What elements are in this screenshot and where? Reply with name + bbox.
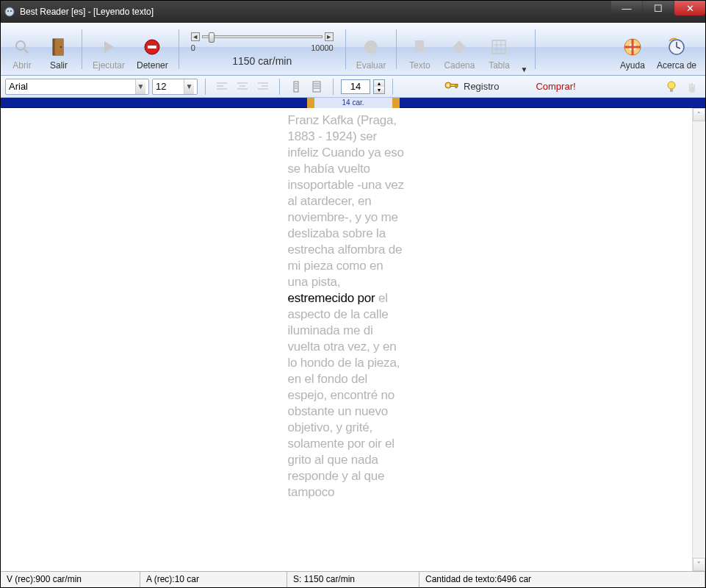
scroll-down-button[interactable]: ˅ bbox=[693, 558, 705, 571]
circle-icon bbox=[361, 37, 381, 57]
speed-decrease[interactable]: ◄ bbox=[191, 32, 200, 41]
toolbar-overflow[interactable]: ▼ bbox=[519, 61, 529, 74]
svg-point-1 bbox=[7, 10, 9, 12]
stop-button[interactable]: Detener bbox=[132, 34, 173, 74]
hand-button[interactable] bbox=[683, 79, 701, 95]
stop-label: Detener bbox=[137, 60, 168, 71]
scroll-track[interactable] bbox=[693, 121, 705, 558]
speed-slider[interactable] bbox=[202, 35, 323, 38]
register-button[interactable]: Registro bbox=[440, 79, 503, 94]
window-title: Best Reader [es] - [Leyendo texto] bbox=[20, 7, 154, 17]
text-column: Franz Kafka (Praga, 1883 - 1924) ser inf… bbox=[288, 112, 406, 501]
chars-input[interactable] bbox=[341, 79, 370, 94]
app-icon bbox=[4, 6, 15, 18]
column-indicator-bar: 14 car. bbox=[1, 98, 705, 108]
font-selector[interactable]: Arial ▼ bbox=[5, 79, 149, 95]
run-button[interactable]: Ejecutar bbox=[88, 34, 129, 74]
bulb-button[interactable] bbox=[663, 79, 680, 95]
open-button[interactable]: Abrir bbox=[5, 34, 39, 74]
column-width-marker[interactable]: 14 car. bbox=[306, 98, 399, 108]
status-count: Cantidad de texto:6496 car bbox=[419, 572, 705, 587]
speed-readout: 1150 car/min bbox=[232, 55, 292, 67]
speed-increase[interactable]: ► bbox=[325, 32, 334, 41]
bookmark-icon bbox=[409, 37, 430, 57]
help-button[interactable]: Ayuda bbox=[616, 34, 649, 74]
fontsize-value: 12 bbox=[156, 81, 181, 92]
clock-icon bbox=[666, 37, 687, 57]
svg-marker-8 bbox=[104, 41, 114, 53]
maximize-button[interactable]: ☐ bbox=[643, 1, 674, 15]
about-label: Acerca de bbox=[657, 60, 696, 71]
lifebuoy-icon bbox=[622, 37, 643, 57]
minimize-button[interactable]: — bbox=[611, 1, 642, 15]
column-wide-button[interactable] bbox=[308, 79, 325, 95]
door-icon bbox=[48, 37, 69, 57]
key-icon bbox=[444, 80, 459, 93]
svg-point-3 bbox=[16, 41, 25, 50]
text-highlight: estremecido por bbox=[288, 291, 375, 305]
speed-thumb[interactable] bbox=[209, 32, 215, 43]
scroll-up-button[interactable]: ˄ bbox=[693, 108, 705, 121]
exit-label: Salir bbox=[50, 60, 68, 71]
evaluate-label: Evaluar bbox=[356, 60, 386, 71]
exit-button[interactable]: Salir bbox=[42, 34, 76, 74]
app-window: Best Reader [es] - [Leyendo texto] — ☐ ✕… bbox=[0, 0, 706, 588]
svg-point-2 bbox=[10, 10, 12, 12]
align-left-button[interactable] bbox=[213, 79, 231, 95]
chevron-down-icon: ▼ bbox=[184, 79, 194, 94]
text-label: Texto bbox=[409, 60, 431, 71]
vertical-scrollbar[interactable]: ˄ ˅ bbox=[692, 108, 705, 571]
table-label: Tabla bbox=[489, 60, 510, 71]
register-label: Registro bbox=[464, 81, 499, 92]
svg-rect-34 bbox=[294, 82, 298, 92]
column-narrow-button[interactable] bbox=[287, 79, 305, 95]
string-button[interactable]: Cadena bbox=[439, 34, 479, 74]
svg-point-7 bbox=[60, 46, 62, 48]
svg-rect-10 bbox=[148, 46, 156, 49]
status-a: A (rec):10 car bbox=[140, 572, 287, 587]
string-label: Cadena bbox=[444, 60, 475, 71]
status-v: V (rec):900 car/min bbox=[1, 572, 140, 587]
about-button[interactable]: Acerca de bbox=[652, 34, 701, 74]
titlebar[interactable]: Best Reader [es] - [Leyendo texto] — ☐ ✕ bbox=[1, 1, 705, 23]
text-after: el aspecto de la calle iluminada me di v… bbox=[288, 291, 400, 499]
fontsize-selector[interactable]: 12 ▼ bbox=[152, 79, 198, 95]
reading-pane[interactable]: Franz Kafka (Praga, 1883 - 1924) ser inf… bbox=[1, 108, 692, 571]
svg-rect-6 bbox=[55, 39, 63, 55]
chars-spinner[interactable]: ▲▼ bbox=[373, 79, 385, 94]
svg-rect-45 bbox=[455, 85, 457, 88]
font-value: Arial bbox=[9, 81, 133, 92]
align-center-button[interactable] bbox=[234, 79, 251, 95]
content-area: Franz Kafka (Praga, 1883 - 1924) ser inf… bbox=[1, 108, 705, 571]
align-right-button[interactable] bbox=[254, 79, 272, 95]
svg-rect-38 bbox=[313, 82, 320, 92]
svg-point-0 bbox=[5, 7, 14, 16]
speed-control: ◄ ► 0 10000 1150 car/min bbox=[185, 25, 339, 74]
status-s: S: 1150 car/min bbox=[287, 572, 419, 587]
svg-point-46 bbox=[668, 82, 675, 89]
main-toolbar: Abrir Salir Ejecutar Detener bbox=[1, 23, 705, 76]
status-bar: V (rec):900 car/min A (rec):10 car S: 11… bbox=[1, 571, 705, 587]
table-button[interactable]: Tabla bbox=[482, 34, 516, 74]
svg-rect-13 bbox=[492, 40, 505, 54]
evaluate-button[interactable]: Evaluar bbox=[352, 34, 391, 74]
magnify-icon bbox=[12, 37, 32, 57]
help-label: Ayuda bbox=[620, 60, 645, 71]
svg-line-4 bbox=[24, 49, 28, 53]
scale-max: 10000 bbox=[311, 43, 334, 52]
chevron-down-icon: ▼ bbox=[135, 79, 145, 94]
format-toolbar: Arial ▼ 12 ▼ ▲▼ Registro Comprar! bbox=[1, 76, 705, 98]
close-button[interactable]: ✕ bbox=[674, 1, 705, 15]
text-button[interactable]: Texto bbox=[403, 34, 436, 74]
grid-icon bbox=[489, 37, 509, 57]
open-label: Abrir bbox=[12, 60, 31, 71]
diamond-icon bbox=[449, 37, 469, 57]
scale-min: 0 bbox=[191, 43, 195, 52]
buy-button[interactable]: Comprar! bbox=[528, 79, 583, 93]
svg-point-11 bbox=[364, 40, 378, 54]
svg-rect-47 bbox=[670, 89, 673, 92]
run-label: Ejecutar bbox=[93, 60, 125, 71]
svg-marker-12 bbox=[453, 40, 466, 54]
play-icon bbox=[98, 37, 119, 57]
svg-point-43 bbox=[447, 85, 450, 87]
